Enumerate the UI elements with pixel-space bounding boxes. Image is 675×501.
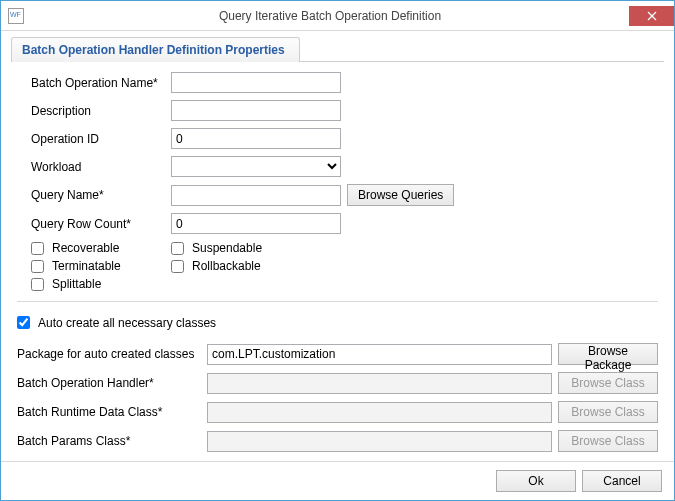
splittable-input[interactable]	[31, 278, 44, 291]
suspendable-label: Suspendable	[192, 241, 262, 255]
label-runtime: Batch Runtime Data Class*	[17, 405, 207, 419]
terminatable-checkbox[interactable]: Terminatable	[31, 259, 121, 273]
label-description: Description	[31, 104, 171, 118]
auto-create-checkbox[interactable]: Auto create all necessary classes	[17, 316, 216, 330]
section-header: Batch Operation Handler Definition Prope…	[11, 37, 300, 62]
splittable-checkbox[interactable]: Splittable	[31, 277, 101, 291]
label-query-name: Query Name*	[31, 188, 171, 202]
close-icon	[647, 11, 657, 21]
browse-runtime-button: Browse Class	[558, 401, 658, 423]
runtime-input	[207, 402, 552, 423]
label-workload: Workload	[31, 160, 171, 174]
recoverable-checkbox[interactable]: Recoverable	[31, 241, 119, 255]
section-body: Batch Operation Name* Description Operat…	[11, 61, 664, 461]
titlebar: Query Iterative Batch Operation Definiti…	[1, 1, 674, 31]
workload-select[interactable]	[171, 156, 341, 177]
browse-handler-button: Browse Class	[558, 372, 658, 394]
browse-queries-button[interactable]: Browse Queries	[347, 184, 454, 206]
ok-button[interactable]: Ok	[496, 470, 576, 492]
label-query-row-count: Query Row Count*	[31, 217, 171, 231]
suspendable-checkbox[interactable]: Suspendable	[171, 241, 262, 255]
batch-name-input[interactable]	[171, 72, 341, 93]
window-title: Query Iterative Batch Operation Definiti…	[31, 9, 629, 23]
terminatable-input[interactable]	[31, 260, 44, 273]
description-input[interactable]	[171, 100, 341, 121]
label-handler: Batch Operation Handler*	[17, 376, 207, 390]
recoverable-input[interactable]	[31, 242, 44, 255]
rollbackable-label: Rollbackable	[192, 259, 261, 273]
recoverable-label: Recoverable	[52, 241, 119, 255]
button-bar: Ok Cancel	[1, 461, 674, 500]
dialog-window: Query Iterative Batch Operation Definiti…	[0, 0, 675, 501]
cancel-button[interactable]: Cancel	[582, 470, 662, 492]
package-input[interactable]	[207, 344, 552, 365]
query-row-count-input[interactable]	[171, 213, 341, 234]
rollbackable-checkbox[interactable]: Rollbackable	[171, 259, 261, 273]
browse-package-button[interactable]: Browse Package	[558, 343, 658, 365]
content-area: Batch Operation Handler Definition Prope…	[1, 31, 674, 461]
label-package: Package for auto created classes	[17, 347, 207, 361]
label-params: Batch Params Class*	[17, 434, 207, 448]
app-icon-slot	[1, 8, 31, 24]
operation-id-input[interactable]	[171, 128, 341, 149]
splittable-label: Splittable	[52, 277, 101, 291]
auto-create-input[interactable]	[17, 316, 30, 329]
params-input	[207, 431, 552, 452]
app-icon	[8, 8, 24, 24]
label-operation-id: Operation ID	[31, 132, 171, 146]
auto-create-label: Auto create all necessary classes	[38, 316, 216, 330]
browse-params-button: Browse Class	[558, 430, 658, 452]
query-name-input	[171, 185, 341, 206]
close-button[interactable]	[629, 6, 674, 26]
suspendable-input[interactable]	[171, 242, 184, 255]
rollbackable-input[interactable]	[171, 260, 184, 273]
handler-input	[207, 373, 552, 394]
terminatable-label: Terminatable	[52, 259, 121, 273]
label-batch-name: Batch Operation Name*	[31, 76, 171, 90]
divider	[17, 301, 658, 302]
